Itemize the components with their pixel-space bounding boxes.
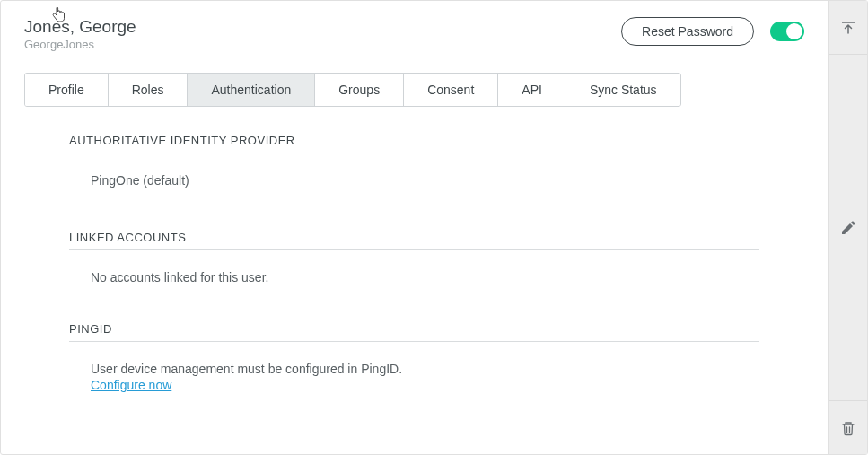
user-username: GeorgeJones xyxy=(24,38,136,51)
header-actions: Reset Password xyxy=(621,17,804,46)
collapse-button[interactable] xyxy=(829,1,867,55)
user-detail-container: Jones, George GeorgeJones Reset Password… xyxy=(0,0,868,455)
tab-content: AUTHORITATIVE IDENTITY PROVIDER PingOne … xyxy=(24,107,804,393)
section-linked-title: LINKED ACCOUNTS xyxy=(69,231,759,250)
tab-profile[interactable]: Profile xyxy=(25,74,109,106)
configure-now-link[interactable]: Configure now xyxy=(91,378,171,392)
tab-authentication[interactable]: Authentication xyxy=(188,74,315,106)
delete-button[interactable] xyxy=(829,400,867,454)
main-panel: Jones, George GeorgeJones Reset Password… xyxy=(1,1,828,454)
section-idp-value: PingOne (default) xyxy=(69,173,759,188)
tabs: Profile Roles Authentication Groups Cons… xyxy=(24,73,681,107)
user-block: Jones, George GeorgeJones xyxy=(24,17,136,51)
enable-toggle[interactable] xyxy=(770,22,804,41)
tab-consent[interactable]: Consent xyxy=(404,74,498,106)
edit-button[interactable] xyxy=(829,55,867,400)
user-name: Jones, George xyxy=(24,17,136,37)
collapse-up-icon xyxy=(840,20,856,36)
tab-api[interactable]: API xyxy=(498,74,566,106)
section-linked-value: No accounts linked for this user. xyxy=(69,270,759,284)
section-idp-title: AUTHORITATIVE IDENTITY PROVIDER xyxy=(69,134,759,153)
side-actions-panel xyxy=(828,1,867,454)
tab-roles[interactable]: Roles xyxy=(109,74,189,106)
section-pingid-body: User device management must be configure… xyxy=(69,362,759,393)
header-row: Jones, George GeorgeJones Reset Password xyxy=(24,17,804,51)
tab-groups[interactable]: Groups xyxy=(315,74,404,106)
reset-password-button[interactable]: Reset Password xyxy=(621,17,754,46)
section-pingid-title: PINGID xyxy=(69,322,759,342)
trash-icon xyxy=(840,420,856,436)
tab-sync-status[interactable]: Sync Status xyxy=(566,74,680,106)
pingid-message: User device management must be configure… xyxy=(91,362,759,376)
pencil-icon xyxy=(840,220,856,236)
